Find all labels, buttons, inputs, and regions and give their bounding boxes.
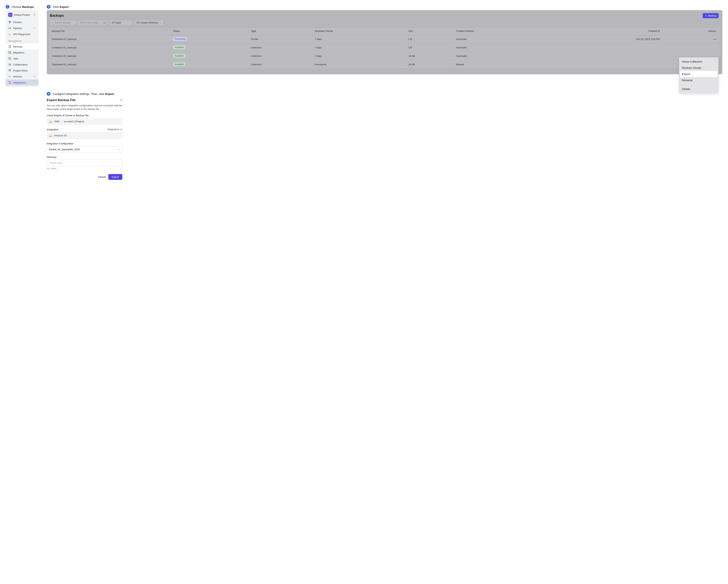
pipeline-icon	[8, 27, 11, 30]
cell-file: Dedicated-01_backup1	[49, 60, 171, 68]
external-link-icon	[120, 129, 122, 131]
region-label: Cloud Region of Cluster in Backup File	[47, 114, 122, 117]
sidebar-item-api-playground[interactable]: API Playground	[6, 31, 38, 37]
integrations-icon	[8, 81, 11, 84]
sidebar-item-clusters[interactable]: Clusters	[6, 19, 38, 25]
status-badge: Available	[173, 54, 185, 58]
svg-point-12	[10, 83, 11, 84]
cell-actions	[662, 43, 720, 52]
cell-type: Cluster	[248, 35, 312, 43]
backup-button-label: Backup	[708, 14, 717, 17]
step-2-badge: 2	[47, 5, 51, 9]
types-select[interactable]: All Types	[110, 20, 132, 25]
region-provider: AWS	[54, 120, 59, 123]
date-range-input[interactable]: Select time range	[78, 20, 108, 25]
cell-status: Available	[171, 60, 248, 68]
chevron-down-icon	[128, 22, 130, 24]
backup-button[interactable]: Backup	[703, 13, 719, 18]
cell-size: 18 KB	[406, 60, 453, 68]
methods-label: All Creation Methods	[136, 21, 158, 24]
export-description: You can only select integration configur…	[47, 104, 122, 111]
methods-select[interactable]: All Creation Methods	[134, 20, 163, 25]
sidebar-item-backups[interactable]: Backups	[6, 44, 38, 50]
project-selector[interactable]: Default Project	[7, 11, 37, 18]
menu-item-restore-cluster[interactable]: Restore Cluster	[680, 65, 717, 71]
svg-point-13	[52, 22, 53, 23]
sidebar-item-migrations[interactable]: Migrations	[6, 50, 38, 56]
integration-value-box: aws Amazon S3	[47, 132, 122, 139]
more-icon[interactable]: •••	[713, 38, 716, 40]
sidebar-item-project-alerts[interactable]: Project Alerts	[6, 67, 38, 74]
col-status: Status	[171, 27, 248, 35]
sidebar-item-label: Migrations	[13, 51, 24, 54]
cell-status: Available	[171, 43, 248, 52]
project-alerts-icon	[8, 69, 11, 72]
network-icon	[8, 75, 11, 78]
cell-size: 0 B	[406, 35, 453, 43]
directory-input[interactable]	[47, 160, 122, 166]
sidebar-item-pipeline[interactable]: Pipeline	[6, 25, 38, 31]
directory-label: Directory	[47, 156, 122, 159]
config-label: Integration Configuration	[47, 142, 122, 145]
export-title: Export Backup File	[47, 98, 76, 102]
sidebar-item-label: Clusters	[13, 21, 22, 24]
search-icon	[52, 22, 53, 24]
chevron-down-icon	[33, 27, 36, 29]
integration-value: Amazon S3	[54, 134, 67, 137]
cancel-button[interactable]: Cancel	[98, 175, 106, 178]
sidebar-item-label: Backups	[13, 45, 23, 48]
cell-method: Automatic	[453, 43, 546, 52]
sidebar-item-label: Project Alerts	[13, 69, 28, 72]
menu-item-export[interactable]: Export	[680, 71, 717, 77]
cell-file: Colelction-01_backup1	[49, 43, 171, 52]
sidebar-item-label: Collaborators	[13, 63, 28, 66]
project-name: Default Project	[14, 13, 30, 16]
sidebar-item-network[interactable]: Network	[6, 74, 38, 80]
sidebar-item-jobs[interactable]: Jobs	[6, 56, 38, 61]
svg-point-10	[10, 64, 11, 64]
svg-point-3	[9, 28, 9, 28]
sidebar-heading-management: Management	[6, 37, 38, 44]
sidebar-item-integrations[interactable]: Integrations	[6, 80, 38, 85]
cell-status: Available	[171, 52, 248, 60]
step-3-label: Configure integration settings. Then, cl…	[53, 92, 115, 95]
backups-title: Backups	[50, 14, 64, 18]
integrations-link[interactable]: Integrations	[107, 128, 122, 131]
sidebar-item-collaborators[interactable]: Collaborators	[6, 61, 38, 67]
chevron-down-icon	[33, 75, 36, 78]
context-menu: Show CollectionRestore ClusterExportRena…	[679, 57, 719, 93]
menu-item-delete[interactable]: Delete	[680, 86, 717, 92]
table-row: Colelction-01_backup1AvailableCollection…	[49, 43, 720, 52]
table-row: Dedicated-01_backup1ProcessingCluster7 d…	[49, 35, 720, 43]
menu-item-rename[interactable]: Rename	[680, 77, 717, 83]
search-input[interactable]: Search backup or clus…	[50, 20, 76, 25]
col-backup-file: Backup File	[49, 27, 171, 35]
cell-retention: Permanent	[312, 60, 406, 68]
chevron-down-icon	[159, 22, 161, 24]
menu-item-show-collection[interactable]: Show Collection	[680, 58, 717, 65]
date-placeholder: Select time range	[80, 21, 98, 24]
close-icon[interactable]: ✕	[120, 99, 122, 102]
folder-icon	[8, 13, 12, 17]
status-badge: Available	[173, 62, 185, 66]
backups-table: Backup FileStatusTypeRetention PeriodSiz…	[49, 27, 720, 68]
cell-status: Processing	[171, 35, 248, 43]
backups-icon	[8, 45, 11, 48]
step-2-label: Click Export.	[53, 5, 69, 8]
integrations-link-label: Integrations	[107, 128, 120, 131]
col-actions: Actions	[662, 27, 720, 35]
config-select[interactable]: bucket_for_backupfile_2024	[47, 146, 122, 152]
export-button[interactable]: Export	[108, 174, 122, 180]
step-1-badge: 1	[6, 5, 9, 9]
config-value: bucket_for_backupfile_2024	[49, 148, 80, 151]
api-playground-icon	[8, 33, 11, 36]
sidebar-item-label: Network	[13, 75, 22, 78]
sidebar-item-label: Integrations	[13, 81, 26, 84]
step-3-badge: 3	[47, 92, 51, 95]
svg-rect-14	[104, 22, 106, 24]
svg-point-2	[9, 22, 10, 23]
jobs-icon	[8, 57, 11, 60]
integration-label: Integration	[47, 128, 58, 131]
directory-hint: Eg. folder/	[47, 167, 122, 170]
cell-type: Collection	[248, 60, 312, 68]
